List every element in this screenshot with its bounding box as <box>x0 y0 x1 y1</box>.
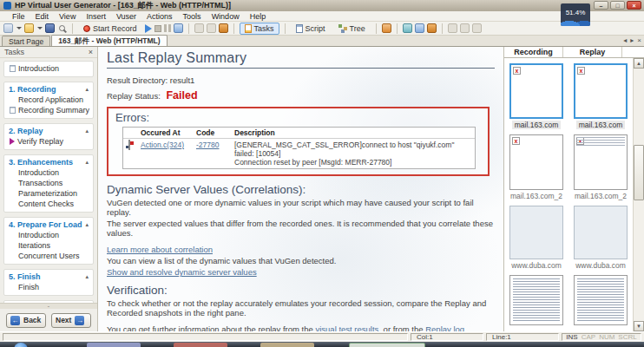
replay-thumbnail-1[interactable]: x <box>574 63 628 119</box>
taskbar-item[interactable] <box>174 343 227 347</box>
sidebar-item-introduction[interactable]: Introduction <box>4 63 93 74</box>
snapshot-view-icon[interactable] <box>415 23 424 33</box>
collapse-icon[interactable]: ▴ <box>85 273 89 280</box>
taskbar-item[interactable] <box>349 343 425 347</box>
document-tab-bar: Start Page 163_邮件 - Web (HTTP/HTML) ◂ ▸ … <box>0 36 644 47</box>
sidebar-splitter[interactable]: - <box>0 303 97 309</box>
error-code-link[interactable]: -27780 <box>196 141 219 149</box>
collapse-icon[interactable]: ▴ <box>85 159 89 166</box>
sidebar-item-transactions[interactable]: Transactions <box>4 178 93 188</box>
collapse-icon[interactable]: ▴ <box>85 221 89 228</box>
show-resolve-values-link[interactable]: Show and resolve dynamic server values <box>107 267 257 277</box>
sidebar-section-intro: Introduction <box>3 61 94 77</box>
menu-actions[interactable]: Actions <box>141 12 178 21</box>
tasks-toggle-button[interactable]: Tasks <box>240 23 279 35</box>
run-icon[interactable] <box>145 24 152 33</box>
script-view-button[interactable]: Script <box>291 23 331 35</box>
snapshot-error-icon[interactable] <box>128 140 130 150</box>
replay-thumbnail-2[interactable]: x <box>574 134 628 190</box>
taskbar-item[interactable] <box>260 343 314 347</box>
tab-start-page[interactable]: Start Page <box>2 36 50 46</box>
save-icon[interactable] <box>45 23 55 33</box>
tab-close-icon[interactable]: × <box>637 36 641 45</box>
open-icon[interactable] <box>24 23 34 33</box>
new-dropdown-icon[interactable] <box>16 27 22 29</box>
title-rule <box>107 68 495 69</box>
start-record-button[interactable]: Start Record <box>78 23 142 35</box>
tree-view-button[interactable]: Tree <box>333 23 371 35</box>
replay-status-line: Replay Status: Failed <box>107 89 495 101</box>
sidebar-item-record-application[interactable]: Record Application <box>4 95 93 105</box>
toolbar-separator <box>233 23 234 34</box>
sidebar-close-icon[interactable]: × <box>89 48 93 56</box>
maximize-button[interactable]: □ <box>610 1 625 10</box>
open-dropdown-icon[interactable] <box>37 27 43 29</box>
errors-box: Errors: Occured At Code Description Acti… <box>107 107 490 176</box>
tab-active-script[interactable]: 163_邮件 - Web (HTTP/HTML) <box>51 35 167 46</box>
visual-test-results-link[interactable]: visual test results <box>315 324 378 331</box>
sidebar-item-recording-summary[interactable]: Recording Summary <box>4 105 93 115</box>
learn-more-correlation-link[interactable]: Learn more about correlation <box>107 245 213 254</box>
sidebar-task-list: Introduction 1. Recording ▴ Record Appli… <box>0 58 97 303</box>
error-code: -27780 <box>194 139 233 168</box>
replay-status-badge: Failed <box>166 89 197 101</box>
sidebar-item-verify-replay[interactable]: Verify Replay <box>4 136 93 147</box>
back-button[interactable]: ← Back <box>6 313 46 328</box>
col-description: Description <box>233 128 475 139</box>
search-icon[interactable] <box>59 25 65 31</box>
stop-icon <box>154 25 161 32</box>
scroll-up-icon[interactable]: ▲ <box>634 58 644 69</box>
toolbar-separator <box>397 23 398 34</box>
taskbar-item[interactable] <box>87 343 141 347</box>
collapse-icon[interactable]: ▴ <box>85 128 89 134</box>
sidebar-item-enh-introduction[interactable]: Introduction <box>4 167 93 178</box>
collapse-icon[interactable]: ▴ <box>85 86 89 93</box>
show-snapshots-icon[interactable] <box>427 23 437 33</box>
sidebar-item-prep-introduction[interactable]: Introduction <box>4 230 93 240</box>
replay-thumbnail-4[interactable] <box>574 275 628 325</box>
menu-vuser[interactable]: Vuser <box>111 12 141 21</box>
menu-help[interactable]: Help <box>245 12 272 21</box>
start-orb-icon[interactable] <box>14 343 28 347</box>
recording-thumbnail-4[interactable] <box>509 275 563 325</box>
sidebar-item-parameterization[interactable]: Parameterization <box>4 188 93 199</box>
replay-thumbnail-3[interactable] <box>574 206 628 259</box>
scrollbar-thumb[interactable] <box>634 145 644 200</box>
error-location-link[interactable]: Action.c(324) <box>141 141 184 149</box>
menu-view[interactable]: View <box>54 12 81 21</box>
close-button[interactable]: × <box>627 1 641 10</box>
minimize-button[interactable]: – <box>594 1 608 10</box>
disabled-tool-icon <box>448 23 457 33</box>
menu-tools[interactable]: Tools <box>178 12 207 21</box>
toolbar-separator <box>188 23 189 34</box>
recording-thumbnail-3[interactable] <box>509 206 563 259</box>
new-script-icon[interactable] <box>3 23 13 33</box>
runtime-settings-icon[interactable] <box>219 23 228 33</box>
sidebar-item-concurrent-users[interactable]: Concurrent Users <box>4 251 93 261</box>
menu-edit[interactable]: Edit <box>30 12 55 21</box>
tab-scroll-right-icon[interactable]: ▸ <box>630 36 634 45</box>
sidebar-item-finish[interactable]: Finish <box>4 282 93 292</box>
recording-thumbnail-1[interactable]: x <box>509 63 563 119</box>
scroll-down-icon[interactable]: ▼ <box>634 321 644 331</box>
recording-thumbnail-2[interactable]: x <box>509 134 563 190</box>
tab-scroll-left-icon[interactable]: ◂ <box>623 36 627 45</box>
menu-insert[interactable]: Insert <box>81 12 111 21</box>
snapshots-scrollbar[interactable]: ▲ ▼ <box>633 58 644 331</box>
replay-log-link[interactable]: Replay log <box>425 324 464 331</box>
sidebar-item-iterations[interactable]: Iterations <box>4 240 93 251</box>
next-button[interactable]: Next → <box>51 313 91 328</box>
error-occured-at: Action.c(324) <box>139 139 194 168</box>
sidebar-nav-buttons: ← Back Next → <box>0 309 97 331</box>
thumbnails-panel-icon[interactable] <box>382 23 391 33</box>
sidebar-item-content-checks[interactable]: Content Checks <box>4 199 93 209</box>
replay-status-label: Replay Status: <box>107 91 161 101</box>
flag-scrl: SCRL <box>618 334 636 340</box>
result-directory-label: Result Directory: <box>107 75 168 85</box>
compile-icon[interactable] <box>174 23 183 33</box>
recording-thumbnail-1-label: mail.163.com <box>512 121 562 129</box>
menu-window[interactable]: Window <box>207 12 245 21</box>
sidebar-section-replay: 2. Replay ▴ Verify Replay <box>3 123 94 150</box>
menu-file[interactable]: File <box>7 12 30 21</box>
snapshot-sync-icon[interactable] <box>403 23 412 33</box>
